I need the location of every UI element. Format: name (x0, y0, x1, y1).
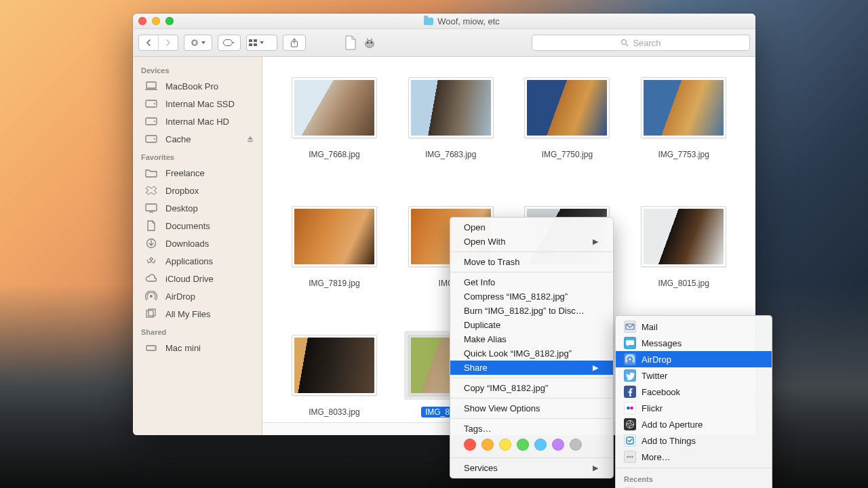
search-input[interactable]: Search (532, 35, 750, 51)
file-name: IMG_7819.jpg (304, 278, 363, 289)
sidebar-item-all-my-files[interactable]: All My Files (133, 305, 262, 323)
tag-color[interactable] (552, 439, 564, 451)
svg-rect-4 (249, 43, 252, 46)
mac-icon (144, 342, 159, 353)
menu-item-copy-img-8182-jpg[interactable]: Copy “IMG_8182.jpg” (450, 381, 613, 395)
sidebar-item-internal-mac-ssd[interactable]: Internal Mac SSD (133, 95, 262, 113)
tag-color[interactable] (570, 439, 582, 451)
sidebar-item-cache[interactable]: Cache (133, 130, 262, 148)
menu-item-make-alias[interactable]: Make Alias (450, 332, 613, 346)
menu-item-label: Compress “IMG_8182.jpg” (464, 291, 568, 302)
file-item[interactable]: IMG_7668.jpg (288, 73, 381, 202)
menu-item-duplicate[interactable]: Duplicate (450, 318, 613, 332)
menu-item-share[interactable]: Share▶ (450, 361, 613, 375)
svg-point-9 (370, 42, 372, 44)
window-titlebar[interactable]: Woof, miow, etc (133, 14, 755, 29)
share-menu-item-mail[interactable]: Mail (616, 319, 772, 335)
share-button[interactable] (283, 35, 306, 51)
menu-item-quick-look-img-8182-jpg[interactable]: Quick Look “IMG_8182.jpg” (450, 346, 613, 361)
file-item[interactable]: IMG_8015.jpg (637, 202, 730, 331)
menu-item-compress-img-8182-jpg[interactable]: Compress “IMG_8182.jpg” (450, 289, 613, 304)
zoom-button[interactable] (165, 17, 174, 25)
file-item[interactable]: IMG_7753.jpg (637, 73, 730, 202)
window-title: Woof, miow, etc (437, 16, 500, 26)
sidebar-item-icloud-drive[interactable]: iCloud Drive (133, 270, 262, 287)
sidebar-item-freelance[interactable]: Freelance (133, 164, 262, 182)
menu-item-label: Services (464, 463, 498, 473)
menu-item-open[interactable]: Open (450, 220, 613, 235)
tag-button[interactable] (218, 35, 241, 51)
share-menu-item-add-to-things[interactable]: Add to Things (616, 432, 772, 449)
sidebar-item-mac-mini[interactable]: Mac mini (133, 339, 262, 357)
share-submenu[interactable]: MailMessagesAirDropTwitterFacebookFlickr… (615, 315, 772, 488)
sidebar-item-downloads[interactable]: Downloads (133, 235, 262, 252)
flickr-icon (624, 402, 636, 414)
tag-color[interactable] (534, 439, 547, 451)
sidebar-item-internal-mac-hd[interactable]: Internal Mac HD (133, 113, 262, 130)
sidebar-item-desktop[interactable]: Desktop (133, 199, 262, 217)
submenu-arrow-icon: ▶ (593, 237, 598, 246)
tag-color[interactable] (481, 439, 494, 451)
svg-point-25 (154, 348, 155, 349)
file-item[interactable]: IMG_7750.jpg (520, 73, 614, 202)
tag-color[interactable] (499, 439, 511, 451)
sidebar-item-label: Applications (165, 256, 213, 266)
forward-button[interactable] (159, 35, 178, 50)
menu-item-burn-img-8182-jpg-to-disc[interactable]: Burn “IMG_8182.jpg” to Disc… (450, 304, 613, 318)
allfiles-icon (144, 308, 159, 319)
folder-icon (424, 18, 433, 25)
menu-item-label: Quick Look “IMG_8182.jpg” (464, 348, 572, 359)
messages-icon (624, 337, 636, 349)
sidebar-item-dropbox[interactable]: Dropbox (133, 182, 262, 199)
document-proxy-icon[interactable] (344, 33, 357, 52)
sidebar[interactable]: DevicesMacBook ProInternal Mac SSDIntern… (133, 57, 262, 435)
svg-point-7 (366, 40, 374, 47)
minimize-button[interactable] (152, 17, 160, 25)
sidebar-item-applications[interactable]: Applications (133, 252, 262, 270)
share-menu-item-messages[interactable]: Messages (616, 335, 772, 351)
file-item[interactable]: IMG_7683.jpg (404, 73, 498, 202)
menu-item-label: Twitter (642, 371, 667, 381)
svg-point-15 (154, 121, 155, 122)
share-menu-item-airdrop[interactable]: AirDrop (616, 351, 772, 367)
menu-item-services[interactable]: Services▶ (450, 461, 613, 475)
file-name: IMG_7668.jpg (304, 149, 363, 160)
sidebar-item-macbook-pro[interactable]: MacBook Pro (133, 77, 262, 95)
share-menu-item-twitter[interactable]: Twitter (616, 367, 772, 384)
menu-item-get-info[interactable]: Get Info (450, 275, 613, 289)
tag-color[interactable] (464, 439, 476, 451)
menu-item-move-to-trash[interactable]: Move to Trash (450, 255, 613, 269)
tag-color[interactable] (517, 439, 529, 451)
submenu-arrow-icon: ▶ (593, 363, 598, 372)
menu-item-show-view-options[interactable]: Show View Options (450, 401, 613, 415)
close-button[interactable] (138, 17, 146, 25)
sidebar-section-title: Shared (133, 323, 262, 339)
menu-item-label: Show View Options (464, 403, 540, 413)
share-menu-item-add-to-aperture[interactable]: Add to Aperture (616, 416, 772, 432)
sidebar-item-documents[interactable]: Documents (133, 217, 262, 235)
context-menu[interactable]: OpenOpen With▶Move to TrashGet InfoCompr… (450, 217, 614, 479)
menu-item-label: Mail (642, 322, 658, 332)
file-item[interactable]: IMG_8033.jpg (288, 331, 381, 422)
menu-item-label: Open With (464, 237, 505, 247)
back-button[interactable] (139, 35, 159, 50)
menu-item-open-with[interactable]: Open With▶ (450, 235, 613, 249)
automator-icon[interactable] (363, 33, 376, 52)
sidebar-section-title: Devices (133, 61, 262, 77)
svg-point-21 (150, 295, 153, 298)
tag-color-row[interactable] (450, 436, 613, 455)
eject-icon[interactable] (247, 134, 254, 144)
sidebar-item-airdrop[interactable]: AirDrop (133, 287, 262, 305)
twitter-icon (624, 369, 636, 382)
recents-item[interactable]: Jennifer Phin Messages (616, 485, 772, 488)
share-menu-item-flickr[interactable]: Flickr (616, 400, 772, 416)
share-menu-item-more[interactable]: More… (616, 449, 772, 465)
file-item[interactable]: IMG_7819.jpg (288, 202, 381, 331)
laptop-icon (144, 81, 159, 92)
share-menu-item-facebook[interactable]: Facebook (616, 384, 772, 400)
action-menu-button[interactable] (184, 35, 212, 51)
svg-point-8 (367, 42, 369, 44)
svg-rect-3 (254, 39, 257, 42)
menu-item-tags[interactable]: Tags… (450, 422, 613, 436)
view-menu-button[interactable] (246, 35, 277, 51)
